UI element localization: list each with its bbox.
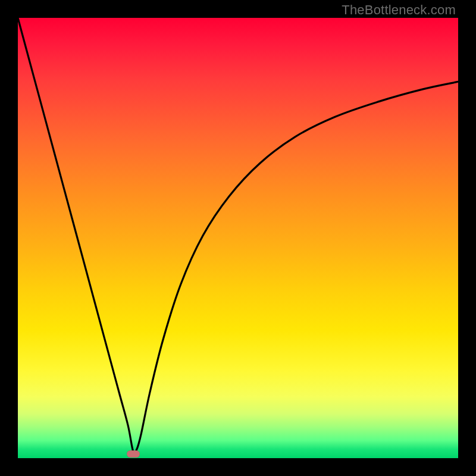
- optimal-point-marker: [127, 450, 140, 458]
- plot-area: [18, 18, 458, 458]
- mismatch-curve: [18, 18, 458, 453]
- chart-frame: TheBottleneck.com: [0, 0, 476, 476]
- curve-layer: [18, 18, 458, 458]
- watermark-label: TheBottleneck.com: [342, 2, 456, 18]
